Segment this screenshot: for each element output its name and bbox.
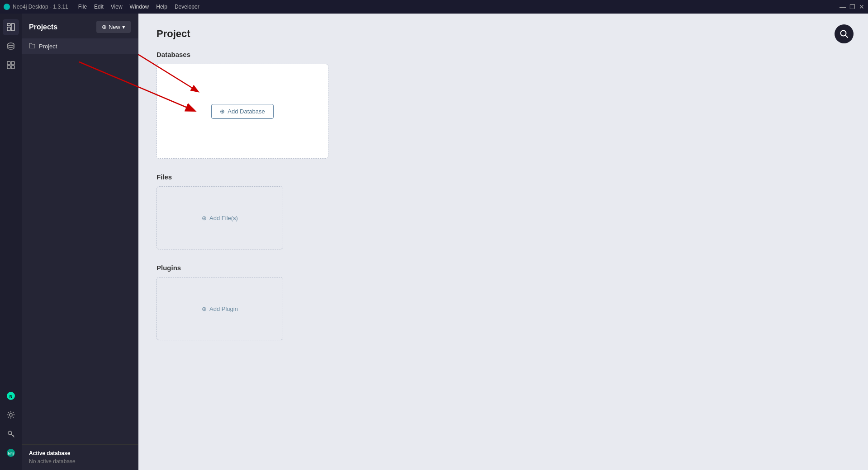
databases-section: Databases ⊕ Add Database [157, 51, 850, 159]
projects-bottom: Active database No active database [22, 444, 138, 470]
projects-panel: Projects ⊕ New ▾ Project Active database… [22, 14, 138, 470]
add-file-label: Add File(s) [209, 215, 238, 221]
brand-icon[interactable]: N4j [3, 445, 19, 461]
active-database-label: Active database [29, 450, 131, 456]
close-button[interactable]: ✕ [859, 4, 864, 10]
database-sidebar-icon[interactable] [3, 38, 19, 54]
svg-rect-6 [7, 66, 10, 69]
projects-icon[interactable] [3, 19, 19, 35]
keys-icon[interactable] [3, 426, 19, 442]
databases-container: ⊕ Add Database [157, 64, 328, 159]
main-content: Project Databases ⊕ Add Database [138, 14, 868, 470]
page-title: Project [157, 28, 850, 40]
svg-point-3 [8, 43, 14, 46]
menu-window[interactable]: Window [130, 4, 149, 10]
plugins-section: Plugins ⊕ Add Plugin [157, 264, 850, 340]
search-button[interactable] [835, 24, 854, 43]
icon-sidebar-bottom: N N4j [3, 388, 19, 465]
svg-point-10 [9, 414, 12, 416]
files-container: ⊕ Add File(s) [157, 186, 283, 249]
app-title: Neo4j Desktop - 1.3.11 [13, 4, 68, 10]
plugins-section-title: Plugins [157, 264, 850, 272]
plugins-container: ⊕ Add Plugin [157, 277, 283, 340]
add-database-label: Add Database [228, 108, 265, 115]
svg-rect-0 [7, 24, 10, 26]
notification-icon[interactable]: N [3, 388, 19, 404]
menu-help[interactable]: Help [156, 4, 167, 10]
projects-title: Projects [29, 23, 57, 31]
settings-icon[interactable] [3, 407, 19, 423]
title-bar-left: Neo4j Desktop - 1.3.11 File Edit View Wi… [4, 4, 199, 10]
maximize-button[interactable]: ❐ [849, 4, 855, 10]
add-plugin-plus-icon: ⊕ [202, 306, 207, 312]
svg-rect-2 [11, 24, 14, 31]
svg-rect-7 [11, 66, 14, 69]
new-button-label: New [109, 24, 120, 30]
new-button-chevron: ▾ [122, 24, 125, 30]
menu-bar: File Edit View Window Help Developer [78, 4, 199, 10]
neo4j-logo [4, 4, 10, 10]
title-bar: Neo4j Desktop - 1.3.11 File Edit View Wi… [0, 0, 868, 14]
svg-rect-4 [7, 61, 10, 65]
menu-edit[interactable]: Edit [94, 4, 104, 10]
add-plugin-button[interactable]: ⊕ Add Plugin [202, 306, 238, 312]
svg-rect-5 [11, 61, 14, 65]
window-controls: — ❐ ✕ [840, 4, 864, 10]
add-database-button[interactable]: ⊕ Add Database [211, 104, 273, 119]
apps-sidebar-icon[interactable] [3, 57, 19, 73]
icon-sidebar-top [3, 19, 19, 388]
add-file-plus-icon: ⊕ [202, 215, 207, 221]
new-button-plus: ⊕ [102, 24, 107, 30]
databases-section-title: Databases [157, 51, 850, 58]
add-plugin-label: Add Plugin [209, 306, 238, 312]
new-button[interactable]: ⊕ New ▾ [96, 21, 131, 33]
add-database-plus-icon: ⊕ [220, 108, 225, 115]
menu-file[interactable]: File [78, 4, 87, 10]
svg-text:N4j: N4j [8, 451, 14, 456]
menu-view[interactable]: View [111, 4, 123, 10]
project-item-label: Project [39, 43, 57, 50]
menu-developer[interactable]: Developer [175, 4, 199, 10]
project-item[interactable]: Project [22, 38, 138, 54]
folder-icon [29, 43, 35, 50]
projects-header: Projects ⊕ New ▾ [22, 14, 138, 38]
active-database-value: No active database [29, 458, 131, 465]
files-section-title: Files [157, 173, 850, 181]
svg-text:N: N [9, 394, 13, 399]
minimize-button[interactable]: — [840, 4, 846, 10]
icon-sidebar: N N4j [0, 14, 22, 470]
add-file-button[interactable]: ⊕ Add File(s) [202, 215, 238, 221]
projects-list: Project [22, 38, 138, 444]
app-body: N N4j [0, 14, 868, 470]
files-section: Files ⊕ Add File(s) [157, 173, 850, 249]
svg-rect-1 [7, 27, 10, 31]
